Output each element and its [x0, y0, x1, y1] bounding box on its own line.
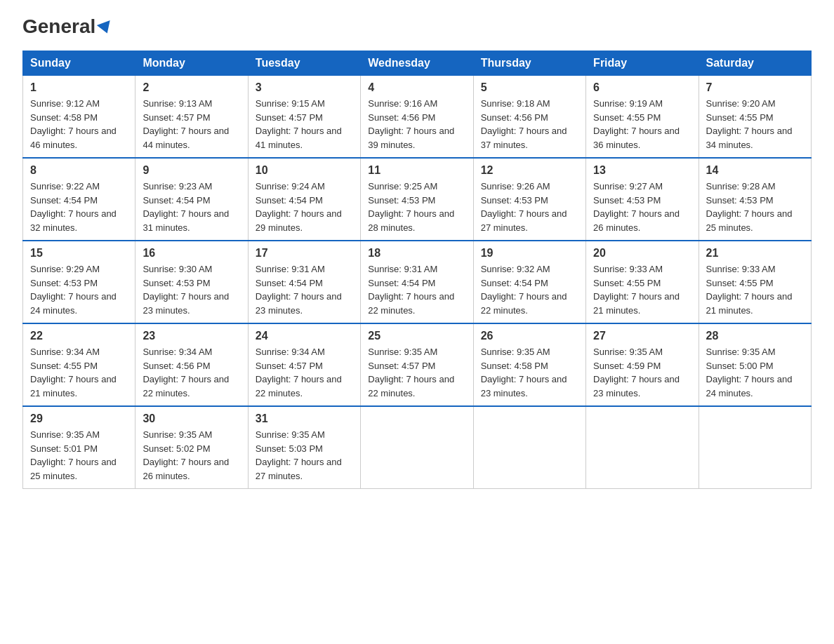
calendar-day-cell: 19Sunrise: 9:32 AMSunset: 4:54 PMDayligh…	[473, 241, 585, 323]
day-info: Sunrise: 9:35 AMSunset: 4:57 PMDaylight:…	[368, 345, 465, 400]
day-info: Sunrise: 9:35 AMSunset: 4:59 PMDaylight:…	[593, 345, 691, 400]
calendar-week-row: 1Sunrise: 9:12 AMSunset: 4:58 PMDaylight…	[23, 76, 812, 159]
day-number: 15	[30, 247, 128, 260]
day-info: Sunrise: 9:18 AMSunset: 4:56 PMDaylight:…	[481, 97, 578, 152]
day-info: Sunrise: 9:25 AMSunset: 4:53 PMDaylight:…	[368, 180, 465, 234]
day-number: 22	[30, 330, 128, 342]
day-number: 23	[143, 330, 240, 342]
calendar-day-cell: 31Sunrise: 9:35 AMSunset: 5:03 PMDayligh…	[248, 406, 360, 489]
day-info: Sunrise: 9:13 AMSunset: 4:57 PMDaylight:…	[143, 97, 240, 152]
day-info: Sunrise: 9:22 AMSunset: 4:54 PMDaylight:…	[30, 180, 128, 234]
calendar-day-cell	[361, 406, 473, 489]
logo: General	[22, 17, 112, 36]
day-info: Sunrise: 9:19 AMSunset: 4:55 PMDaylight:…	[593, 97, 691, 152]
day-number: 28	[706, 330, 804, 342]
calendar-week-row: 22Sunrise: 9:34 AMSunset: 4:55 PMDayligh…	[23, 323, 812, 406]
calendar-day-cell: 16Sunrise: 9:30 AMSunset: 4:53 PMDayligh…	[135, 241, 248, 323]
logo-triangle-icon	[97, 20, 114, 36]
day-info: Sunrise: 9:33 AMSunset: 4:55 PMDaylight:…	[706, 262, 804, 317]
day-number: 24	[256, 330, 353, 342]
calendar-day-cell: 29Sunrise: 9:35 AMSunset: 5:01 PMDayligh…	[23, 406, 135, 489]
day-number: 19	[481, 247, 578, 260]
calendar-week-row: 29Sunrise: 9:35 AMSunset: 5:01 PMDayligh…	[23, 406, 812, 489]
calendar-day-cell: 9Sunrise: 9:23 AMSunset: 4:54 PMDaylight…	[135, 158, 248, 241]
day-info: Sunrise: 9:33 AMSunset: 4:55 PMDaylight:…	[593, 262, 691, 317]
day-number: 3	[256, 81, 353, 94]
day-info: Sunrise: 9:15 AMSunset: 4:57 PMDaylight:…	[256, 97, 353, 152]
calendar-day-cell: 11Sunrise: 9:25 AMSunset: 4:53 PMDayligh…	[361, 158, 473, 241]
calendar-day-cell: 6Sunrise: 9:19 AMSunset: 4:55 PMDaylight…	[586, 76, 699, 159]
calendar-day-cell: 15Sunrise: 9:29 AMSunset: 4:53 PMDayligh…	[23, 241, 135, 323]
weekday-header-sunday: Sunday	[23, 51, 135, 76]
calendar-day-cell: 23Sunrise: 9:34 AMSunset: 4:56 PMDayligh…	[135, 323, 248, 406]
day-number: 13	[593, 164, 691, 177]
weekday-header-thursday: Thursday	[473, 51, 585, 76]
day-info: Sunrise: 9:12 AMSunset: 4:58 PMDaylight:…	[30, 97, 128, 152]
calendar-day-cell: 24Sunrise: 9:34 AMSunset: 4:57 PMDayligh…	[248, 323, 360, 406]
calendar-day-cell: 10Sunrise: 9:24 AMSunset: 4:54 PMDayligh…	[248, 158, 360, 241]
calendar-day-cell	[473, 406, 585, 489]
calendar-day-cell	[699, 406, 811, 489]
day-number: 8	[30, 164, 128, 177]
day-info: Sunrise: 9:29 AMSunset: 4:53 PMDaylight:…	[30, 262, 128, 317]
weekday-header-wednesday: Wednesday	[361, 51, 473, 76]
day-number: 16	[143, 247, 240, 260]
day-info: Sunrise: 9:16 AMSunset: 4:56 PMDaylight:…	[368, 97, 465, 152]
calendar-day-cell: 14Sunrise: 9:28 AMSunset: 4:53 PMDayligh…	[699, 158, 811, 241]
weekday-header-friday: Friday	[586, 51, 699, 76]
weekday-header-saturday: Saturday	[699, 51, 811, 76]
day-number: 20	[593, 247, 691, 260]
calendar-day-cell: 5Sunrise: 9:18 AMSunset: 4:56 PMDaylight…	[473, 76, 585, 159]
day-number: 31	[256, 412, 353, 425]
day-info: Sunrise: 9:34 AMSunset: 4:56 PMDaylight:…	[143, 345, 240, 400]
day-info: Sunrise: 9:31 AMSunset: 4:54 PMDaylight:…	[368, 262, 465, 317]
day-number: 29	[30, 412, 128, 425]
logo-line1: General	[22, 17, 112, 36]
day-number: 18	[368, 247, 465, 260]
day-info: Sunrise: 9:27 AMSunset: 4:53 PMDaylight:…	[593, 180, 691, 234]
day-number: 21	[706, 247, 804, 260]
day-number: 12	[481, 164, 578, 177]
day-number: 25	[368, 330, 465, 342]
calendar-day-cell: 1Sunrise: 9:12 AMSunset: 4:58 PMDaylight…	[23, 76, 135, 159]
day-info: Sunrise: 9:30 AMSunset: 4:53 PMDaylight:…	[143, 262, 240, 317]
calendar-day-cell: 7Sunrise: 9:20 AMSunset: 4:55 PMDaylight…	[699, 76, 811, 159]
day-number: 30	[143, 412, 240, 425]
day-info: Sunrise: 9:35 AMSunset: 5:00 PMDaylight:…	[706, 345, 804, 400]
calendar-day-cell: 22Sunrise: 9:34 AMSunset: 4:55 PMDayligh…	[23, 323, 135, 406]
day-number: 10	[256, 164, 353, 177]
day-info: Sunrise: 9:35 AMSunset: 5:03 PMDaylight:…	[256, 428, 353, 483]
calendar-day-cell: 25Sunrise: 9:35 AMSunset: 4:57 PMDayligh…	[361, 323, 473, 406]
day-info: Sunrise: 9:28 AMSunset: 4:53 PMDaylight:…	[706, 180, 804, 234]
day-number: 26	[481, 330, 578, 342]
day-number: 7	[706, 81, 804, 94]
day-info: Sunrise: 9:32 AMSunset: 4:54 PMDaylight:…	[481, 262, 578, 317]
calendar-day-cell: 20Sunrise: 9:33 AMSunset: 4:55 PMDayligh…	[586, 241, 699, 323]
calendar-day-cell: 27Sunrise: 9:35 AMSunset: 4:59 PMDayligh…	[586, 323, 699, 406]
day-number: 14	[706, 164, 804, 177]
page-header: General	[22, 17, 812, 36]
day-info: Sunrise: 9:23 AMSunset: 4:54 PMDaylight:…	[143, 180, 240, 234]
calendar-day-cell: 26Sunrise: 9:35 AMSunset: 4:58 PMDayligh…	[473, 323, 585, 406]
calendar-day-cell: 17Sunrise: 9:31 AMSunset: 4:54 PMDayligh…	[248, 241, 360, 323]
calendar-table: SundayMondayTuesdayWednesdayThursdayFrid…	[22, 51, 812, 489]
day-number: 6	[593, 81, 691, 94]
day-info: Sunrise: 9:35 AMSunset: 5:02 PMDaylight:…	[143, 428, 240, 483]
calendar-day-cell	[586, 406, 699, 489]
day-number: 27	[593, 330, 691, 342]
day-number: 1	[30, 81, 128, 94]
calendar-day-cell: 21Sunrise: 9:33 AMSunset: 4:55 PMDayligh…	[699, 241, 811, 323]
day-info: Sunrise: 9:35 AMSunset: 5:01 PMDaylight:…	[30, 428, 128, 483]
calendar-day-cell: 2Sunrise: 9:13 AMSunset: 4:57 PMDaylight…	[135, 76, 248, 159]
day-info: Sunrise: 9:20 AMSunset: 4:55 PMDaylight:…	[706, 97, 804, 152]
calendar-day-cell: 30Sunrise: 9:35 AMSunset: 5:02 PMDayligh…	[135, 406, 248, 489]
day-info: Sunrise: 9:34 AMSunset: 4:55 PMDaylight:…	[30, 345, 128, 400]
calendar-day-cell: 18Sunrise: 9:31 AMSunset: 4:54 PMDayligh…	[361, 241, 473, 323]
calendar-day-cell: 12Sunrise: 9:26 AMSunset: 4:53 PMDayligh…	[473, 158, 585, 241]
day-number: 2	[143, 81, 240, 94]
calendar-day-cell: 3Sunrise: 9:15 AMSunset: 4:57 PMDaylight…	[248, 76, 360, 159]
calendar-day-cell: 13Sunrise: 9:27 AMSunset: 4:53 PMDayligh…	[586, 158, 699, 241]
day-number: 17	[256, 247, 353, 260]
day-info: Sunrise: 9:35 AMSunset: 4:58 PMDaylight:…	[481, 345, 578, 400]
weekday-header-monday: Monday	[135, 51, 248, 76]
